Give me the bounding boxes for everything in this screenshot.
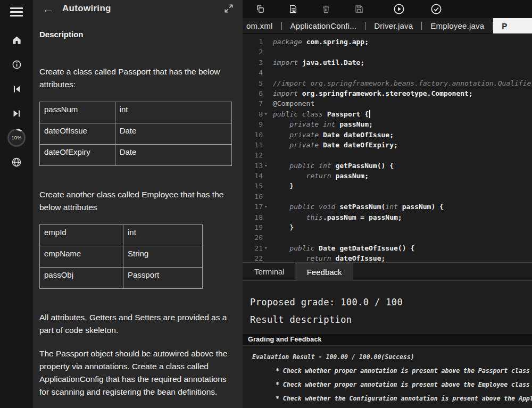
code-text <box>271 232 273 243</box>
fold-spacer <box>263 47 271 57</box>
fold-spacer <box>263 212 271 222</box>
feedback-check-item: * Check whether proper annotation is pre… <box>243 367 532 374</box>
employee-table: empIdintempNameStringpassObjPassport <box>39 224 203 289</box>
fold-spacer <box>263 150 271 160</box>
fold-spacer <box>263 171 271 181</box>
fold-toggle-icon[interactable]: ▾ <box>263 161 271 171</box>
code-line: 18 this.passNum = passNum; <box>243 212 532 222</box>
feedback-check-item: * Check whether the Configuration annota… <box>243 395 532 402</box>
code-line: 2 <box>243 47 532 57</box>
menu-button[interactable] <box>0 0 33 23</box>
copy-button[interactable] <box>244 0 277 18</box>
line-number: 16 <box>243 191 263 202</box>
table-cell: Date <box>115 145 231 166</box>
code-line: 20 <box>243 232 532 243</box>
code-text: public int getPassNum() { <box>271 161 394 171</box>
delete-button[interactable] <box>310 0 343 18</box>
skip-previous-icon <box>12 84 22 94</box>
skip-previous-button[interactable] <box>0 77 33 101</box>
file-tab-employee-java[interactable]: Employee.java <box>422 18 493 34</box>
app-sidebar: 10% <box>0 0 33 408</box>
table-cell: empName <box>40 246 123 268</box>
copy-icon <box>255 4 265 14</box>
lesson-note-autowired: The Passport object should be autowired … <box>39 347 232 398</box>
new-file-button[interactable] <box>277 0 310 18</box>
back-button[interactable]: ← <box>43 3 54 14</box>
file-tab-bar: om.xmlApplicationConfi...Driver.javaEmpl… <box>243 18 532 34</box>
info-button[interactable] <box>0 52 33 77</box>
code-text: return dateOfIssue; <box>271 253 385 262</box>
save-button[interactable] <box>343 0 376 18</box>
fold-spacer <box>263 191 271 202</box>
language-button[interactable] <box>0 150 33 174</box>
line-number: 22 <box>243 253 263 262</box>
fullscreen-button[interactable] <box>223 3 234 14</box>
code-text: private int passNum; <box>271 119 373 129</box>
code-text <box>271 47 273 57</box>
file-tab-driver-java[interactable]: Driver.java <box>365 18 421 34</box>
table-row: passNumint <box>40 102 232 123</box>
code-text: } <box>271 181 294 191</box>
table-row: dateOfExpiryDate <box>40 145 232 166</box>
fold-spacer <box>263 98 271 109</box>
table-cell: empId <box>40 225 123 246</box>
table-row: empNameString <box>40 246 203 268</box>
fold-spacer <box>263 222 271 232</box>
code-line: 11 private Date dateOfExpiry; <box>243 140 532 150</box>
editor-column: om.xmlApplicationConfi...Driver.javaEmpl… <box>243 0 532 408</box>
fold-toggle-icon[interactable]: ▾ <box>263 243 271 253</box>
line-number: 10 <box>243 130 263 140</box>
table-cell: Date <box>115 123 231 145</box>
line-number: 20 <box>243 232 263 243</box>
line-number: 11 <box>243 140 263 150</box>
code-line: 15 } <box>243 181 532 191</box>
lesson-note-skeleton: All attributes, Getters and Setters are … <box>39 311 232 337</box>
fold-spacer <box>263 57 271 68</box>
code-text: private Date dateOfIssue; <box>271 130 394 140</box>
code-text: import java.util.Date; <box>271 57 364 68</box>
fold-toggle-icon[interactable]: ▾ <box>263 202 271 212</box>
tab-terminal[interactable]: Terminal <box>244 263 296 280</box>
line-number: 13 <box>243 161 263 171</box>
tab-feedback[interactable]: Feedback <box>296 263 353 281</box>
line-number: 2 <box>243 47 263 57</box>
code-text: public class Passport { <box>271 109 370 119</box>
progress-badge[interactable]: 10% <box>0 126 33 150</box>
file-tab-p[interactable]: P <box>493 18 532 34</box>
fold-spacer <box>263 88 271 98</box>
file-tab-om-xml[interactable]: om.xml <box>243 18 281 34</box>
progress-value: 10% <box>9 130 24 145</box>
home-button[interactable] <box>0 28 33 52</box>
bottom-tab-bar: TerminalFeedback <box>243 263 532 281</box>
fold-toggle-icon[interactable]: ▾ <box>263 109 271 119</box>
menu-icon <box>10 5 23 19</box>
table-cell: Passport <box>123 268 203 289</box>
code-text: @Component <box>271 98 314 109</box>
fold-spacer <box>263 119 271 129</box>
lesson-intro-employee: Create another class called Employee tha… <box>39 188 232 214</box>
submit-button[interactable] <box>420 0 453 18</box>
run-button[interactable] <box>383 0 415 18</box>
skip-next-button[interactable] <box>0 101 33 126</box>
table-cell: int <box>115 102 231 123</box>
code-line: 6import org.springframework.stereotype.C… <box>243 88 532 98</box>
table-cell: passNum <box>40 102 115 123</box>
fold-spacer <box>263 181 271 191</box>
code-text: this.passNum = passNum; <box>271 212 402 222</box>
grade-block: Proposed grade: 100.0 / 100 Result descr… <box>243 281 532 325</box>
code-line: 13▾ public int getPassNum() { <box>243 161 532 171</box>
code-line: 17▾ public void setPassNum(int passNum) … <box>243 202 532 212</box>
run-icon <box>393 3 405 15</box>
fold-spacer <box>263 130 271 140</box>
file-tab-applicationconfi-[interactable]: ApplicationConfi... <box>282 18 365 34</box>
line-number: 6 <box>243 88 263 98</box>
table-cell: String <box>123 246 203 268</box>
code-text: public Date getDateOfIssue() { <box>271 243 414 253</box>
fold-spacer <box>263 37 271 47</box>
line-number: 9 <box>243 119 263 129</box>
code-editor[interactable]: 1package com.spring.app;23import java.ut… <box>243 34 532 262</box>
code-text: public void setPassNum(int passNum) { <box>271 202 444 212</box>
fold-spacer <box>263 140 271 150</box>
code-line: 14 return passNum; <box>243 171 532 181</box>
code-line: 16 <box>243 191 532 202</box>
